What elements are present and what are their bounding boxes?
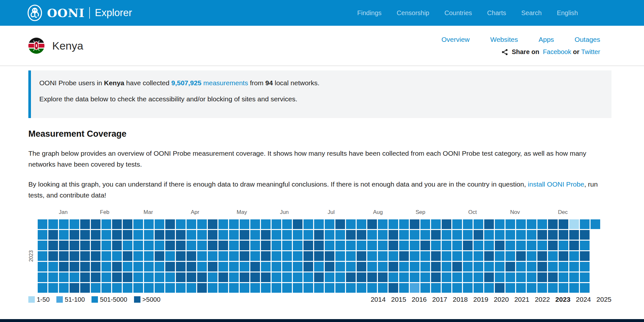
heatmap-cell[interactable] [165, 241, 175, 250]
heatmap-cell[interactable] [101, 283, 111, 293]
heatmap-cell[interactable] [484, 272, 494, 282]
heatmap-cell[interactable] [505, 251, 515, 261]
heatmap-cell[interactable] [155, 262, 164, 271]
heatmap-cell[interactable] [431, 262, 441, 271]
heatmap-cell[interactable] [420, 251, 430, 261]
heatmap-cell[interactable] [70, 219, 79, 229]
heatmap-cell[interactable] [474, 262, 483, 271]
heatmap-cell[interactable] [272, 230, 281, 240]
heatmap-cell[interactable] [495, 241, 505, 250]
heatmap-cell[interactable] [123, 230, 132, 240]
heatmap-cell[interactable] [389, 219, 398, 229]
year-button-2015[interactable]: 2015 [391, 296, 406, 303]
heatmap-cell[interactable] [165, 262, 175, 271]
heatmap-cell[interactable] [559, 251, 568, 261]
heatmap-cell[interactable] [420, 262, 430, 271]
heatmap-cell[interactable] [123, 241, 132, 250]
heatmap-cell[interactable] [208, 251, 217, 261]
heatmap-cell[interactable] [218, 251, 228, 261]
heatmap-cell[interactable] [229, 219, 239, 229]
heatmap-cell[interactable] [484, 241, 494, 250]
heatmap-cell[interactable] [208, 283, 217, 293]
heatmap-cell[interactable] [80, 272, 90, 282]
heatmap-cell[interactable] [569, 262, 579, 271]
heatmap-cell[interactable] [165, 219, 175, 229]
heatmap-cell[interactable] [250, 251, 260, 261]
heatmap-cell[interactable] [505, 219, 515, 229]
heatmap-cell[interactable] [442, 230, 451, 240]
heatmap-cell[interactable] [133, 251, 143, 261]
heatmap-cell[interactable] [378, 262, 388, 271]
heatmap-cell[interactable] [580, 230, 590, 240]
heatmap-cell[interactable] [357, 283, 366, 293]
heatmap-cell[interactable] [229, 251, 239, 261]
heatmap-cell[interactable] [410, 251, 419, 261]
heatmap-cell[interactable] [144, 272, 154, 282]
heatmap-cell[interactable] [346, 272, 356, 282]
heatmap-cell[interactable] [197, 272, 207, 282]
heatmap-cell[interactable] [282, 283, 292, 293]
heatmap-cell[interactable] [378, 241, 388, 250]
heatmap-cell[interactable] [303, 272, 313, 282]
heatmap-cell[interactable] [389, 262, 398, 271]
heatmap-cell[interactable] [410, 283, 419, 293]
heatmap-cell[interactable] [176, 219, 186, 229]
heatmap-cell[interactable] [240, 272, 249, 282]
heatmap-cell[interactable] [527, 262, 536, 271]
heatmap-cell[interactable] [48, 219, 58, 229]
heatmap-cell[interactable] [187, 219, 196, 229]
heatmap-cell[interactable] [240, 262, 249, 271]
heatmap-cell[interactable] [48, 251, 58, 261]
heatmap-cell[interactable] [303, 230, 313, 240]
heatmap-cell[interactable] [325, 262, 334, 271]
heatmap-cell[interactable] [314, 241, 324, 250]
heatmap-cell[interactable] [505, 241, 515, 250]
heatmap-cell[interactable] [272, 262, 281, 271]
heatmap-cell[interactable] [378, 219, 388, 229]
heatmap-cell[interactable] [208, 230, 217, 240]
heatmap-cell[interactable] [303, 251, 313, 261]
heatmap-cell[interactable] [48, 241, 58, 250]
heatmap-cell[interactable] [357, 251, 366, 261]
heatmap-cell[interactable] [527, 230, 536, 240]
heatmap-cell[interactable] [516, 262, 526, 271]
heatmap-cell[interactable] [80, 219, 90, 229]
heatmap-cell[interactable] [474, 241, 483, 250]
heatmap-cell[interactable] [335, 283, 345, 293]
heatmap-cell[interactable] [261, 272, 271, 282]
heatmap-cell[interactable] [144, 251, 154, 261]
heatmap-cell[interactable] [399, 283, 409, 293]
heatmap-cell[interactable] [463, 251, 473, 261]
share-twitter-link[interactable]: Twitter [581, 48, 600, 55]
heatmap-cell[interactable] [378, 283, 388, 293]
heatmap-cell[interactable] [495, 272, 505, 282]
heatmap-cell[interactable] [272, 283, 281, 293]
heatmap-cell[interactable] [548, 230, 558, 240]
heatmap-cell[interactable] [282, 251, 292, 261]
heatmap-cell[interactable] [240, 241, 249, 250]
heatmap-cell[interactable] [261, 251, 271, 261]
heatmap-cell[interactable] [187, 230, 196, 240]
heatmap-cell[interactable] [101, 251, 111, 261]
heatmap-cell[interactable] [91, 241, 101, 250]
heatmap-cell[interactable] [580, 241, 590, 250]
heatmap-cell[interactable] [229, 262, 239, 271]
heatmap-cell[interactable] [495, 219, 505, 229]
heatmap-cell[interactable] [335, 262, 345, 271]
heatmap-cell[interactable] [399, 241, 409, 250]
heatmap-cell[interactable] [442, 283, 451, 293]
heatmap-cell[interactable] [112, 283, 122, 293]
heatmap-cell[interactable] [208, 262, 217, 271]
heatmap-cell[interactable] [314, 219, 324, 229]
heatmap-cell[interactable] [559, 272, 568, 282]
heatmap-cell[interactable] [367, 272, 377, 282]
heatmap-cell[interactable] [452, 283, 462, 293]
heatmap-cell[interactable] [250, 272, 260, 282]
heatmap-cell[interactable] [516, 241, 526, 250]
heatmap-cell[interactable] [559, 283, 568, 293]
heatmap-cell[interactable] [240, 230, 249, 240]
heatmap-cell[interactable] [187, 262, 196, 271]
heatmap-cell[interactable] [452, 219, 462, 229]
heatmap-cell[interactable] [505, 230, 515, 240]
heatmap-cell[interactable] [389, 241, 398, 250]
